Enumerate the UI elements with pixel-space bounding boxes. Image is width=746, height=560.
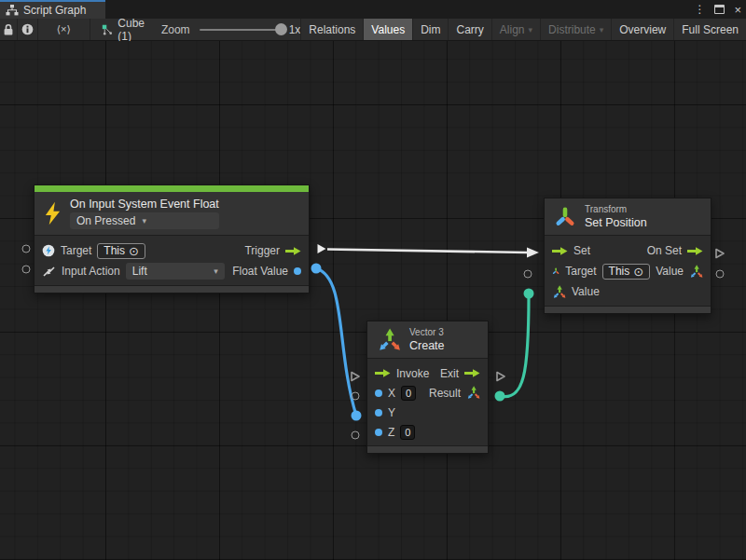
transform-node-footer[interactable]: [545, 306, 711, 313]
relations-button[interactable]: Relations: [300, 19, 363, 40]
trigger-label: Trigger: [244, 244, 280, 257]
exit-output-port[interactable]: [495, 371, 506, 383]
node-vector3-create[interactable]: Vector 3 Create Invoke Exit X 0 Result: [366, 321, 489, 454]
input-action-dropdown[interactable]: Lift ▾: [126, 263, 225, 280]
values-button[interactable]: Values: [363, 19, 412, 40]
z-input-port[interactable]: [352, 431, 360, 440]
transform-icon: [552, 265, 560, 278]
dim-button[interactable]: Dim: [412, 19, 448, 40]
z-value-field[interactable]: 0: [400, 425, 415, 440]
value-in-label: Value: [572, 285, 600, 298]
y-label: Y: [388, 406, 395, 419]
float-value-output-port[interactable]: [311, 264, 322, 274]
result-label: Result: [429, 387, 461, 400]
transform-value-output-port[interactable]: [716, 270, 725, 279]
vector3-node-type: Vector 3: [409, 327, 445, 337]
set-label: Set: [573, 244, 590, 257]
zoom-slider-track: [200, 29, 285, 31]
x-port-icon: [375, 389, 382, 397]
fullscreen-button[interactable]: Full Screen: [673, 19, 746, 40]
input-action-value: Lift: [132, 265, 147, 278]
vector3-node-footer[interactable]: [367, 445, 488, 453]
x-label: X: [388, 387, 395, 400]
align-button[interactable]: Align ▾: [491, 19, 540, 40]
transform-node-type: Transform: [585, 204, 647, 214]
flow-arrow-icon: [285, 246, 301, 256]
transform-node-header: Transform Set Position: [545, 198, 711, 236]
vector3-node-title: Create: [409, 339, 445, 352]
vector3-invoke-row: Invoke Exit: [367, 363, 488, 383]
flow-arrow-icon: [552, 246, 568, 256]
graph-hierarchy-icon: [6, 5, 19, 16]
event-mode-dropdown[interactable]: On Pressed ▾: [70, 212, 219, 229]
breadcrumb-label: Cube (1): [117, 17, 156, 43]
overview-button[interactable]: Overview: [611, 19, 673, 40]
graph-breadcrumb[interactable]: Cube (1): [90, 19, 156, 40]
fullscreen-label: Full Screen: [682, 23, 739, 36]
tab-label: Script Graph: [23, 4, 86, 17]
vector3-x-row: X 0 Result: [367, 383, 488, 403]
target-chip-value: This: [609, 265, 630, 278]
zoom-slider-handle[interactable]: [275, 23, 287, 35]
flow-arrow-icon: [375, 368, 391, 378]
distribute-button[interactable]: Distribute ▾: [540, 19, 611, 40]
x-input-port[interactable]: [352, 392, 360, 401]
graph-node-icon: [102, 23, 113, 36]
transform-node-title: Set Position: [585, 216, 647, 229]
preview-code-button[interactable]: ⟨×⟩: [38, 19, 91, 40]
input-action-label: Input Action: [62, 265, 120, 278]
carry-button[interactable]: Carry: [448, 19, 490, 40]
on-set-output-port[interactable]: [714, 248, 725, 260]
relations-label: Relations: [309, 23, 355, 36]
event-target-chip[interactable]: This ⊙: [97, 243, 145, 259]
value-out-label: Value: [656, 265, 684, 278]
lock-button[interactable]: [0, 19, 18, 40]
invoke-label: Invoke: [396, 367, 429, 380]
zoom-slider[interactable]: [200, 19, 285, 41]
event-target-input-port[interactable]: [22, 245, 31, 253]
zoom-value: 1x: [289, 23, 301, 36]
vector3-icon: [466, 386, 480, 400]
close-icon[interactable]: ×: [734, 3, 741, 17]
event-node-footer[interactable]: [35, 285, 309, 293]
trigger-output-port[interactable]: [316, 243, 327, 255]
event-input-action-row: Input Action Lift ▾ Float Value: [35, 261, 309, 281]
graph-canvas[interactable]: On Input System Event Float On Pressed ▾…: [0, 41, 746, 560]
window-menu-icon[interactable]: ⋮: [694, 3, 705, 16]
node-on-input-system-event-float[interactable]: On Input System Event Float On Pressed ▾…: [34, 184, 310, 294]
flow-arrow-icon: [464, 368, 480, 378]
transform-target-chip[interactable]: This ⊙: [602, 264, 651, 280]
transform-set-row: Set On Set: [545, 240, 711, 261]
transform-value-input-port[interactable]: [524, 289, 534, 299]
chevron-down-icon: ▾: [600, 25, 604, 34]
angle-x-icon: ⟨×⟩: [57, 23, 71, 35]
transform-icon: [554, 206, 576, 228]
node-transform-set-position[interactable]: Transform Set Position Set On Set Targe: [544, 198, 711, 314]
values-label: Values: [371, 23, 405, 36]
flow-arrow-icon: [687, 246, 703, 256]
maximize-icon[interactable]: [714, 5, 725, 14]
event-mode-value: On Pressed: [76, 214, 135, 227]
y-input-port[interactable]: [352, 411, 362, 421]
inspector-button[interactable]: [18, 19, 38, 40]
graph-toolbar: ⟨×⟩ Cube (1) Zoom 1x Relations Values Di…: [0, 19, 746, 41]
transform-target-input-port[interactable]: [524, 270, 532, 279]
chevron-down-icon: ▾: [214, 266, 218, 276]
exit-label: Exit: [440, 367, 459, 380]
dim-label: Dim: [421, 23, 440, 36]
distribute-label: Distribute: [548, 23, 596, 36]
invoke-input-port[interactable]: [350, 371, 361, 383]
tab-script-graph[interactable]: Script Graph: [0, 0, 105, 19]
overview-label: Overview: [619, 23, 666, 36]
chevron-down-icon: ▾: [529, 25, 533, 34]
align-label: Align: [500, 23, 525, 36]
float-value-label: Float Value: [232, 265, 288, 278]
float-value-port-icon: [294, 267, 301, 275]
vector3-icon: [689, 265, 703, 279]
result-output-port[interactable]: [495, 391, 505, 402]
vector3-node-header: Vector 3 Create: [367, 321, 488, 359]
zoom-control: Zoom 1x: [161, 19, 300, 40]
event-node-title: On Input System Event Float: [70, 198, 219, 211]
x-value-field[interactable]: 0: [401, 386, 416, 401]
event-action-input-port[interactable]: [22, 266, 31, 274]
